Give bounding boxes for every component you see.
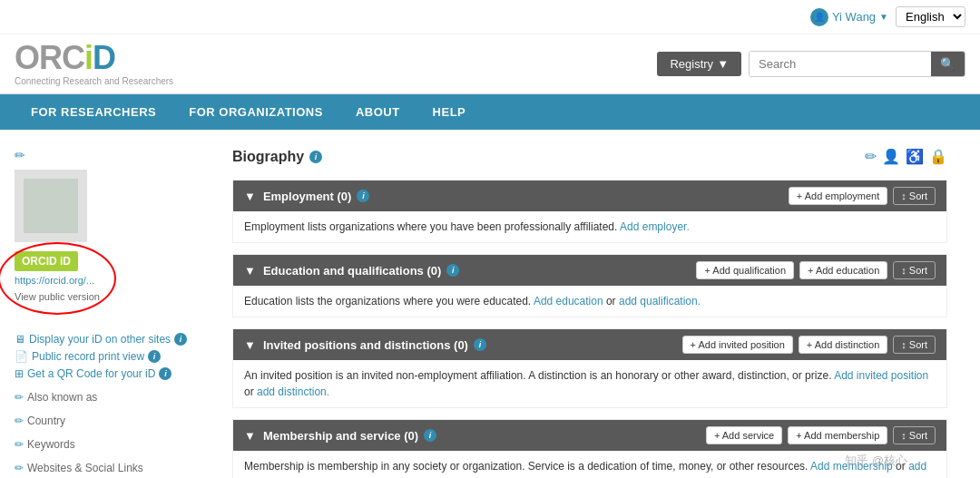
- site-header: ORCiD Connecting Research and Researcher…: [0, 34, 980, 94]
- keywords-edit-icon[interactable]: ✏: [15, 438, 24, 451]
- biography-lock-icon[interactable]: ♿: [906, 148, 924, 165]
- registry-chevron-icon: ▼: [717, 57, 729, 71]
- nav-for-organizations[interactable]: FOR ORGANIZATIONS: [172, 94, 339, 130]
- also-known-label: Also known as: [27, 391, 97, 404]
- header-right: Registry ▼ 🔍: [657, 51, 965, 77]
- add-education-button[interactable]: + Add education: [799, 261, 887, 279]
- user-name: Yi Wang: [832, 10, 876, 24]
- employment-chevron-icon: ▼: [244, 190, 256, 203]
- invited-info-icon[interactable]: i: [474, 338, 486, 351]
- search-icon: 🔍: [940, 57, 956, 71]
- sidebar-links: 🖥 Display your iD on other sites i 📄 Pub…: [15, 333, 214, 380]
- education-section: ▼ Education and qualifications (0) i + A…: [232, 254, 947, 317]
- membership-chevron-icon: ▼: [244, 429, 256, 443]
- websites-edit-icon[interactable]: ✏: [15, 462, 24, 474]
- nav-about[interactable]: ABOUT: [339, 94, 416, 130]
- invited-section: ▼ Invited positions and distinctions (0)…: [232, 328, 947, 408]
- add-invited-position-button[interactable]: + Add invited position: [682, 336, 793, 354]
- country-label: Country: [27, 415, 65, 427]
- nav-for-researchers[interactable]: FOR RESEARCHERS: [15, 94, 172, 130]
- profile-edit-icon[interactable]: ✏: [15, 148, 214, 162]
- employment-header: ▼ Employment (0) i + Add employment ↕ So…: [233, 180, 946, 211]
- websites-label: Websites & Social Links: [27, 462, 143, 474]
- logo-orc: ORC: [15, 39, 84, 76]
- search-button[interactable]: 🔍: [931, 52, 965, 76]
- invited-actions: + Add invited position + Add distinction…: [682, 336, 936, 354]
- view-public-link[interactable]: View public version: [15, 289, 100, 304]
- membership-info-icon[interactable]: i: [424, 429, 436, 442]
- add-membership-button[interactable]: + Add membership: [788, 426, 887, 444]
- search-input[interactable]: [750, 52, 931, 76]
- registry-button[interactable]: Registry ▼: [657, 52, 741, 76]
- education-title: ▼ Education and qualifications (0) i: [244, 264, 459, 278]
- employment-info-icon[interactable]: i: [357, 190, 369, 202]
- membership-header: ▼ Membership and service (0) i + Add ser…: [233, 420, 946, 451]
- biography-edit-icon[interactable]: ✏: [865, 148, 877, 165]
- logo[interactable]: ORCiD Connecting Research and Researcher…: [15, 42, 173, 86]
- education-info-icon[interactable]: i: [446, 264, 459, 277]
- membership-section: ▼ Membership and service (0) i + Add ser…: [232, 419, 947, 478]
- print-info-icon[interactable]: i: [148, 350, 161, 363]
- also-known-as-section: ✏ Also known as: [15, 391, 214, 404]
- also-known-edit-icon[interactable]: ✏: [15, 391, 24, 404]
- orcid-id-label: ORCID iD: [15, 251, 78, 271]
- qr-code-link[interactable]: ⊞ Get a QR Code for your iD i: [15, 367, 214, 380]
- invited-title: ▼ Invited positions and distinctions (0)…: [244, 338, 486, 352]
- add-employer-link[interactable]: Add employer.: [620, 220, 690, 233]
- add-service-button[interactable]: + Add service: [706, 426, 782, 444]
- print-view-link[interactable]: 📄 Public record print view i: [15, 350, 214, 363]
- sidebar: ✏ ORCID iD https://orcid.org/... View pu…: [15, 148, 214, 478]
- membership-sort-button[interactable]: ↕ Sort: [893, 426, 936, 444]
- profile-content: Biography i ✏ 👤 ♿ 🔒 ▼ Employment (0) i +…: [232, 148, 947, 478]
- keywords-section: ✏ Keywords: [15, 438, 214, 451]
- membership-actions: + Add service + Add membership ↕ Sort: [706, 426, 936, 444]
- add-qualification-button[interactable]: + Add qualification: [696, 261, 794, 279]
- main-content: ✏ ORCID iD https://orcid.org/... View pu…: [0, 130, 962, 478]
- keywords-label: Keywords: [27, 438, 75, 451]
- education-sort-button[interactable]: ↕ Sort: [893, 261, 936, 279]
- country-section: ✏ Country: [15, 415, 214, 427]
- employment-sort-button[interactable]: ↕ Sort: [893, 187, 936, 205]
- add-qualification-link[interactable]: add qualification.: [619, 295, 701, 307]
- orcid-id-section: ORCID iD https://orcid.org/... View publ…: [15, 251, 100, 311]
- display-id-icon: 🖥: [15, 333, 25, 346]
- invited-sort-button[interactable]: ↕ Sort: [893, 336, 936, 354]
- logo-i: i: [84, 39, 93, 76]
- user-menu[interactable]: 👤 Yi Wang ▼: [810, 8, 888, 26]
- search-bar: 🔍: [749, 51, 965, 77]
- orcid-url[interactable]: https://orcid.org/...: [15, 275, 100, 286]
- display-id-link[interactable]: 🖥 Display your iD on other sites i: [15, 333, 214, 346]
- employment-actions: + Add employment ↕ Sort: [789, 187, 936, 205]
- add-employment-button[interactable]: + Add employment: [789, 187, 887, 205]
- add-invited-link[interactable]: Add invited position: [834, 369, 928, 382]
- employment-description: Employment lists organizations where you…: [233, 211, 946, 242]
- country-edit-icon[interactable]: ✏: [15, 415, 24, 427]
- add-education-link[interactable]: Add education: [534, 295, 603, 307]
- education-description: Education lists the organizations where …: [233, 286, 946, 317]
- profile-photo: [15, 170, 87, 242]
- employment-section: ▼ Employment (0) i + Add employment ↕ So…: [232, 180, 947, 243]
- language-selector[interactable]: English: [896, 6, 965, 27]
- main-nav: FOR RESEARCHERS FOR ORGANIZATIONS ABOUT …: [0, 94, 980, 130]
- logo-d: D: [93, 39, 115, 76]
- add-distinction-link[interactable]: add distinction.: [257, 385, 329, 398]
- nav-help[interactable]: HELP: [416, 94, 483, 130]
- display-id-info-icon[interactable]: i: [174, 333, 187, 346]
- qr-icon: ⊞: [15, 367, 24, 380]
- qr-info-icon[interactable]: i: [159, 367, 172, 380]
- education-chevron-icon: ▼: [244, 264, 256, 278]
- language-dropdown[interactable]: English: [896, 6, 965, 27]
- biography-icons: ✏ 👤 ♿ 🔒: [865, 148, 947, 165]
- top-bar: 👤 Yi Wang ▼ English: [0, 0, 980, 34]
- biography-header: Biography i ✏ 👤 ♿ 🔒: [232, 148, 947, 165]
- websites-section: ✏ Websites & Social Links: [15, 462, 214, 474]
- biography-private-icon[interactable]: 🔒: [929, 148, 947, 165]
- biography-person-icon[interactable]: 👤: [882, 148, 900, 165]
- education-actions: + Add qualification + Add education ↕ So…: [696, 261, 936, 279]
- add-distinction-button[interactable]: + Add distinction: [799, 336, 887, 354]
- user-avatar-icon: 👤: [810, 8, 828, 26]
- print-icon: 📄: [15, 350, 28, 363]
- membership-title: ▼ Membership and service (0) i: [244, 429, 436, 443]
- biography-info-icon[interactable]: i: [309, 151, 322, 163]
- invited-description: An invited position is an invited non-em…: [233, 360, 946, 407]
